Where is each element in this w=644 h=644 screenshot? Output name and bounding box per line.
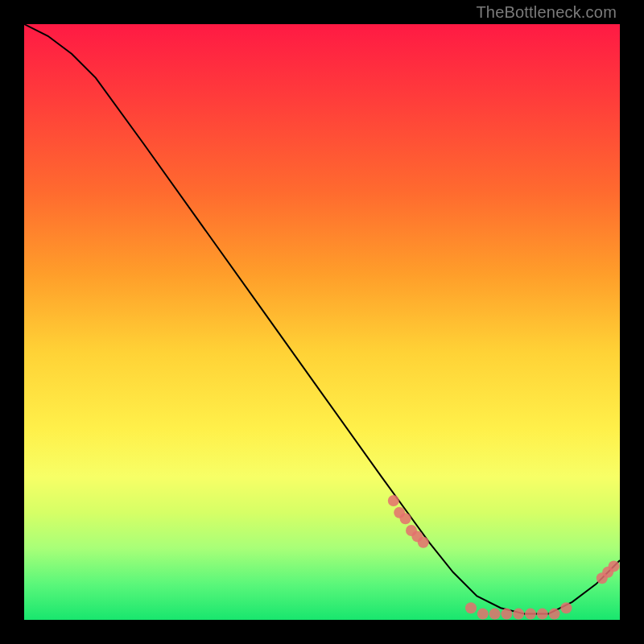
plot-area — [24, 24, 620, 620]
chart-svg — [24, 24, 620, 620]
marker-dot — [400, 513, 411, 524]
markers-group — [388, 495, 620, 620]
watermark-text: TheBottleneck.com — [476, 3, 617, 22]
marker-dot — [489, 609, 501, 620]
marker-dot — [525, 609, 536, 620]
marker-dot — [549, 609, 560, 620]
marker-dot — [560, 602, 572, 613]
marker-dot — [477, 609, 489, 620]
marker-dot — [418, 537, 429, 548]
marker-dot — [537, 609, 548, 620]
chart-frame: TheBottleneck.com — [0, 0, 644, 644]
marker-dot — [388, 495, 399, 506]
marker-dot — [513, 609, 524, 620]
curve-path — [24, 24, 620, 614]
marker-dot — [465, 602, 477, 613]
marker-dot — [609, 560, 620, 572]
marker-dot — [501, 609, 512, 620]
